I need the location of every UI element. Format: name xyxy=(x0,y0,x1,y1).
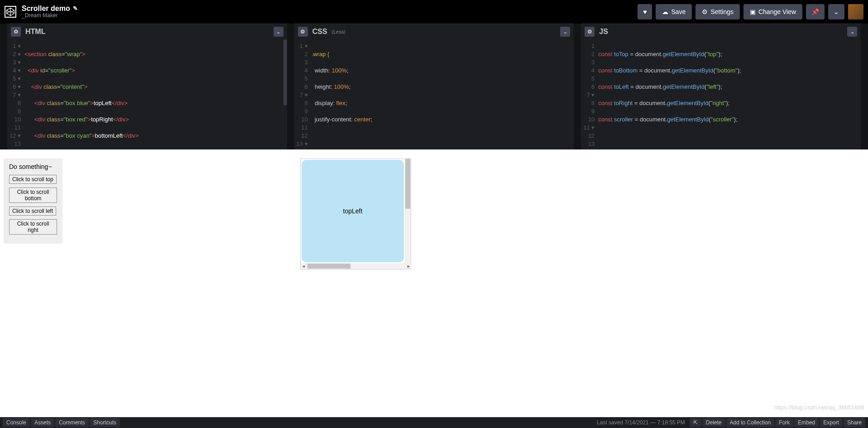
avatar[interactable] xyxy=(848,4,863,19)
pen-author[interactable]: _Dream Maker xyxy=(22,13,78,19)
save-button[interactable]: ☁Save xyxy=(656,4,692,19)
chevron-down-icon: ⌄ xyxy=(834,8,839,15)
settings-label: Settings xyxy=(710,8,734,15)
css-panel: ⚙ CSS (Less) ⌄ 1 ▾ 23456 7 ▾ 89101112 13… xyxy=(294,24,574,149)
embed-button[interactable]: Embed xyxy=(794,418,819,427)
like-button[interactable]: ♥ xyxy=(638,4,652,19)
html-scrollbar[interactable] xyxy=(283,39,287,106)
css-code[interactable]: .wrap { width: 100%; height: 100%; displ… xyxy=(312,39,574,149)
save-label: Save xyxy=(671,8,686,15)
scroll-left-button[interactable]: Click to scroll left xyxy=(9,207,56,216)
heart-icon: ♥ xyxy=(643,8,647,15)
html-code[interactable]: <section class="wrap"> <div id="scroller… xyxy=(24,39,287,149)
edit-title-icon[interactable]: ✎ xyxy=(73,5,78,12)
comments-button[interactable]: Comments xyxy=(55,418,89,427)
html-panel-menu[interactable]: ⌄ xyxy=(273,27,283,37)
watermark-text: https://blog.csdn.net/qq_36651686 xyxy=(774,404,865,411)
html-panel: ⚙ HTML ⌄ 1 ▾ 2 ▾ 3 ▾ 4 ▾ 5 ▾ 6 ▾ 7 ▾ 8 9… xyxy=(7,24,287,149)
footer-right: Last saved 7/14/2021 — 7:18:55 PM ⇱ Dele… xyxy=(593,418,865,427)
gear-icon: ⚙ xyxy=(702,8,708,15)
footer-left: Console Assets Comments Shortcuts xyxy=(3,418,120,427)
scroller-vertical-scrollbar[interactable] xyxy=(405,159,411,264)
share-button[interactable]: Share xyxy=(844,418,865,427)
html-gutter: 1 ▾ 2 ▾ 3 ▾ 4 ▾ 5 ▾ 6 ▾ 7 ▾ 8 9 10 11 12… xyxy=(7,39,24,149)
js-code[interactable]: const toTop = document.getElementById("t… xyxy=(598,39,861,149)
layout-icon: ▣ xyxy=(750,8,756,15)
title-block: Scroller demo ✎ _Dream Maker xyxy=(22,5,78,19)
codepen-logo-icon[interactable] xyxy=(5,6,16,18)
scroller-h-thumb[interactable] xyxy=(307,264,350,269)
header-left: Scroller demo ✎ _Dream Maker xyxy=(5,5,78,19)
js-editor[interactable]: 123456 7 ▾ 8910 11 ▾ 121314 const toTop … xyxy=(581,39,861,149)
actions-aside: Do something~ Click to scroll top Click … xyxy=(4,159,62,244)
js-panel-head: ⚙ JS ⌄ xyxy=(581,24,861,39)
settings-button[interactable]: ⚙Settings xyxy=(695,4,740,19)
html-settings-icon[interactable]: ⚙ xyxy=(11,27,21,37)
scroll-top-button[interactable]: Click to scroll top xyxy=(9,175,57,184)
pin-icon: 📌 xyxy=(811,8,819,15)
pen-title: Scroller demo ✎ xyxy=(22,5,78,13)
js-panel: ⚙ JS ⌄ 123456 7 ▾ 8910 11 ▾ 121314 const… xyxy=(581,24,861,149)
html-editor[interactable]: 1 ▾ 2 ▾ 3 ▾ 4 ▾ 5 ▾ 6 ▾ 7 ▾ 8 9 10 11 12… xyxy=(7,39,287,149)
html-panel-head: ⚙ HTML ⌄ xyxy=(7,24,287,39)
shortcuts-button[interactable]: Shortcuts xyxy=(90,418,120,427)
box-top-left: topLeft xyxy=(302,160,404,262)
css-gutter: 1 ▾ 23456 7 ▾ 89101112 13 ▾ 14 xyxy=(294,39,312,149)
cloud-icon: ☁ xyxy=(662,8,668,15)
footer: Console Assets Comments Shortcuts Last s… xyxy=(0,417,868,428)
change-view-label: Change View xyxy=(758,8,796,15)
assets-button[interactable]: Assets xyxy=(31,418,54,427)
scroller-v-thumb[interactable] xyxy=(405,159,410,209)
pin-button[interactable]: 📌 xyxy=(806,4,825,19)
pen-title-text: Scroller demo xyxy=(22,5,70,13)
preview-pane: Do something~ Click to scroll top Click … xyxy=(0,149,868,417)
scroller-widget: topLeft ◄ ► xyxy=(300,159,411,269)
scroll-right-arrow-icon[interactable]: ► xyxy=(406,263,412,269)
html-panel-title: HTML xyxy=(25,28,45,36)
export-button[interactable]: Export xyxy=(820,418,843,427)
scroll-bottom-button[interactable]: Click to scroll bottom xyxy=(9,188,57,203)
last-saved-text: Last saved 7/14/2021 — 7:18:55 PM xyxy=(593,419,689,426)
js-panel-title: JS xyxy=(599,28,608,36)
console-button[interactable]: Console xyxy=(3,418,30,427)
scroller-horizontal-scrollbar[interactable]: ◄ ► xyxy=(301,263,412,269)
header-right: ♥ ☁Save ⚙Settings ▣Change View 📌 ⌄ xyxy=(638,4,863,19)
editor-panels: ⚙ HTML ⌄ 1 ▾ 2 ▾ 3 ▾ 4 ▾ 5 ▾ 6 ▾ 7 ▾ 8 9… xyxy=(0,24,868,149)
fork-button[interactable]: Fork xyxy=(775,418,793,427)
scroll-right-button[interactable]: Click to scroll right xyxy=(9,219,57,235)
header: Scroller demo ✎ _Dream Maker ♥ ☁Save ⚙Se… xyxy=(0,0,868,24)
css-panel-sub: (Less) xyxy=(332,29,346,34)
js-panel-menu[interactable]: ⌄ xyxy=(847,27,857,37)
css-settings-icon[interactable]: ⚙ xyxy=(298,27,308,37)
css-editor[interactable]: 1 ▾ 23456 7 ▾ 89101112 13 ▾ 14 .wrap { w… xyxy=(294,39,574,149)
scroll-left-arrow-icon[interactable]: ◄ xyxy=(301,263,307,269)
aside-title: Do something~ xyxy=(9,163,57,170)
add-collection-button[interactable]: Add to Collection xyxy=(726,418,775,427)
js-gutter: 123456 7 ▾ 8910 11 ▾ 121314 xyxy=(581,39,598,149)
scroller-viewport[interactable]: topLeft xyxy=(301,159,406,264)
change-view-button[interactable]: ▣Change View xyxy=(743,4,802,19)
css-panel-head: ⚙ CSS (Less) ⌄ xyxy=(294,24,574,39)
js-settings-icon[interactable]: ⚙ xyxy=(585,27,595,37)
delete-button[interactable]: Delete xyxy=(702,418,725,427)
more-button[interactable]: ⌄ xyxy=(828,4,844,19)
open-external-button[interactable]: ⇱ xyxy=(690,418,701,427)
css-panel-title: CSS xyxy=(312,28,327,36)
css-panel-menu[interactable]: ⌄ xyxy=(560,27,570,37)
